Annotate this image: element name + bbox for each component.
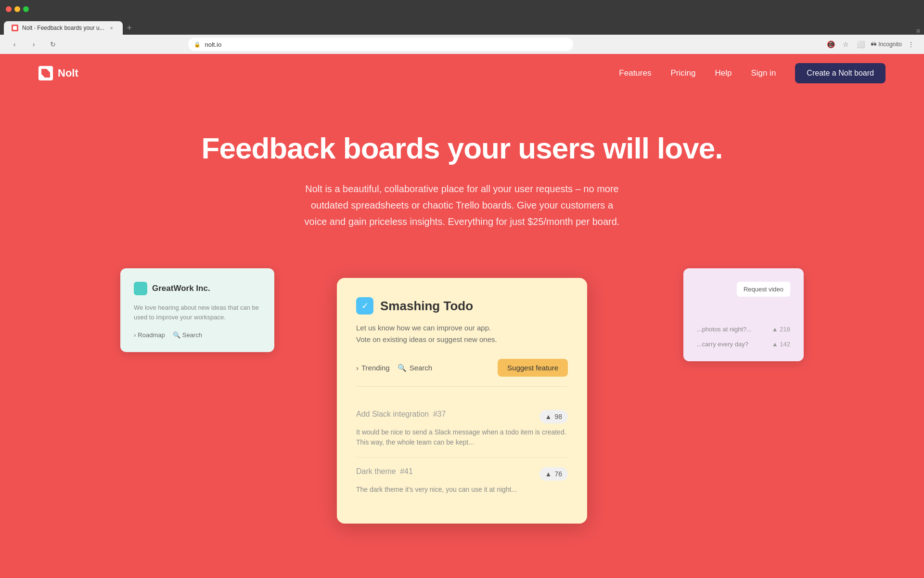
feature-dark-name: Dark theme [356, 467, 396, 475]
browser-dots [6, 6, 29, 12]
url-field[interactable]: 🔒 nolt.io [188, 38, 573, 51]
back-button[interactable]: ‹ [8, 38, 21, 51]
lock-icon: 🔒 [194, 41, 201, 48]
nav-links: Features Pricing Help Sign in Create a N… [619, 63, 886, 83]
trending-action[interactable]: › Trending [356, 364, 390, 372]
vote-up-icon-2: ▲ [545, 470, 552, 478]
card-greatwork: GreatWork Inc. We love hearing about new… [120, 268, 274, 352]
card-desc-line1: Let us know how we can improve our app. [356, 322, 568, 334]
browser-actions: 📵 ☆ ⬜ 🕶 Incognito ⋮ [825, 39, 916, 50]
trending-chevron-icon: › [356, 364, 359, 372]
feature-dark-description: The dark theme it's very nice, you can u… [356, 485, 568, 495]
browser-chrome: Nolt · Feedback boards your u... × + ≡ ‹… [0, 0, 924, 54]
feature-slack-number: #37 [433, 410, 446, 418]
trending-label: Trending [361, 364, 390, 372]
feature-dark-number: #41 [400, 467, 413, 475]
tab-close-button[interactable]: × [108, 25, 115, 31]
logo-shape [41, 69, 50, 78]
card-right-action: Request video [697, 282, 790, 297]
navigation: Nolt Features Pricing Help Sign in Creat… [0, 54, 924, 92]
card-right-items: ...photos at night?... ▲ 218 ...carry ev… [697, 326, 790, 348]
search-label: Search [182, 331, 202, 339]
greatwork-description: We love hearing about new ideas that can… [134, 303, 261, 322]
feature-slack-name: Add Slack integration [356, 410, 429, 418]
search-nav-item[interactable]: 🔍 Search [173, 331, 202, 339]
refresh-button[interactable]: ↻ [46, 38, 60, 51]
minimize-dot[interactable] [14, 6, 20, 12]
greatwork-company-name: GreatWork Inc. [152, 284, 210, 293]
logo-text: Nolt [58, 67, 78, 79]
vote-up-icon: ▲ [545, 413, 552, 420]
feature-dark-title: Dark theme #41 [356, 467, 413, 476]
feature-item-slack: Add Slack integration #37 ▲ 98 It would … [356, 400, 568, 458]
close-dot[interactable] [6, 6, 12, 12]
demo-container: GreatWork Inc. We love hearing about new… [0, 259, 924, 451]
card-left-header: GreatWork Inc. [134, 282, 261, 295]
feature-dark-header: Dark theme #41 ▲ 76 [356, 467, 568, 481]
right-item-0-text: ...photos at night?... [697, 326, 768, 333]
create-board-button[interactable]: Create a Nolt board [795, 63, 886, 83]
camera-off-icon[interactable]: 📵 [825, 39, 837, 50]
forward-button[interactable]: › [27, 38, 40, 51]
nav-pricing-link[interactable]: Pricing [670, 68, 695, 78]
address-bar: ‹ › ↻ 🔒 nolt.io 📵 ☆ ⬜ 🕶 Incognito ⋮ [0, 35, 924, 54]
search-action[interactable]: 🔍 Search [398, 364, 433, 372]
tab-title: Nolt · Feedback boards your u... [22, 25, 104, 31]
website-content: Nolt Features Pricing Help Sign in Creat… [0, 54, 924, 451]
tab-menu-button[interactable]: ≡ [916, 27, 920, 35]
feature-slack-header: Add Slack integration #37 ▲ 98 [356, 410, 568, 423]
request-video-button[interactable]: Request video [737, 282, 790, 297]
card-center-header: ✓ Smashing Todo [356, 297, 568, 315]
feature-item-dark-theme: Dark theme #41 ▲ 76 The dark theme it's … [356, 458, 568, 504]
roadmap-nav-item[interactable]: › Roadmap [134, 331, 165, 339]
nav-help-link[interactable]: Help [715, 68, 732, 78]
right-item-1-votes: ▲ 142 [772, 341, 790, 348]
greatwork-logo-icon [134, 282, 147, 295]
logo-icon [38, 66, 53, 80]
incognito-badge: 🕶 Incognito [871, 41, 902, 48]
tab-favicon [12, 25, 18, 31]
feature-slack-description: It would be nice to send a Slack message… [356, 427, 568, 447]
check-icon: ✓ [361, 301, 369, 311]
right-item-0-votes: ▲ 218 [772, 326, 790, 333]
feature-slack-title: Add Slack integration #37 [356, 410, 446, 419]
roadmap-label: Roadmap [138, 331, 165, 339]
vote-dark-count: 76 [554, 470, 562, 478]
bookmark-icon[interactable]: ☆ [841, 39, 851, 50]
nav-logo[interactable]: Nolt [38, 66, 78, 80]
card-center-description: Let us know how we can improve our app. … [356, 322, 568, 345]
card-desc-line2: Vote on existing ideas or suggest new on… [356, 334, 568, 345]
url-text: nolt.io [205, 41, 221, 48]
right-item-0: ...photos at night?... ▲ 218 [697, 326, 790, 333]
card-right: Request video ...photos at night?... ▲ 2… [683, 268, 804, 361]
right-item-1-text: ...carry every day? [697, 341, 768, 348]
incognito-icon: 🕶 [871, 41, 876, 48]
smashing-todo-logo-icon: ✓ [356, 297, 373, 315]
sidepanel-icon[interactable]: ⬜ [855, 39, 867, 50]
search-action-label: Search [410, 364, 433, 372]
browser-title-bar [0, 0, 924, 18]
search-action-icon: 🔍 [398, 364, 407, 372]
new-tab-button[interactable]: + [123, 21, 136, 35]
incognito-label: Incognito [878, 41, 902, 48]
hero-title: Feedback boards your users will love. [10, 131, 914, 165]
menu-icon[interactable]: ⋮ [906, 39, 916, 50]
nav-features-link[interactable]: Features [619, 68, 651, 78]
card-smashing-todo: ✓ Smashing Todo Let us know how we can i… [337, 278, 587, 524]
vote-slack-count: 98 [554, 413, 562, 420]
nav-signin-link[interactable]: Sign in [751, 68, 776, 78]
suggest-feature-button[interactable]: Suggest feature [498, 359, 568, 377]
maximize-dot[interactable] [23, 6, 29, 12]
active-tab[interactable]: Nolt · Feedback boards your u... × [4, 21, 123, 35]
card-left-nav: › Roadmap 🔍 Search [134, 331, 261, 339]
hero-subtitle: Nolt is a beautiful, collaborative place… [298, 181, 626, 230]
right-item-1: ...carry every day? ▲ 142 [697, 341, 790, 348]
chevron-right-icon: › [134, 331, 136, 339]
tab-bar: Nolt · Feedback boards your u... × + ≡ [0, 18, 924, 35]
card-actions: › Trending 🔍 Search Suggest feature [356, 359, 568, 387]
vote-slack-button[interactable]: ▲ 98 [539, 410, 568, 423]
search-icon-small: 🔍 [173, 331, 180, 339]
vote-dark-button[interactable]: ▲ 76 [539, 467, 568, 481]
smashing-todo-title: Smashing Todo [380, 299, 473, 314]
hero-section: Feedback boards your users will love. No… [0, 92, 924, 259]
